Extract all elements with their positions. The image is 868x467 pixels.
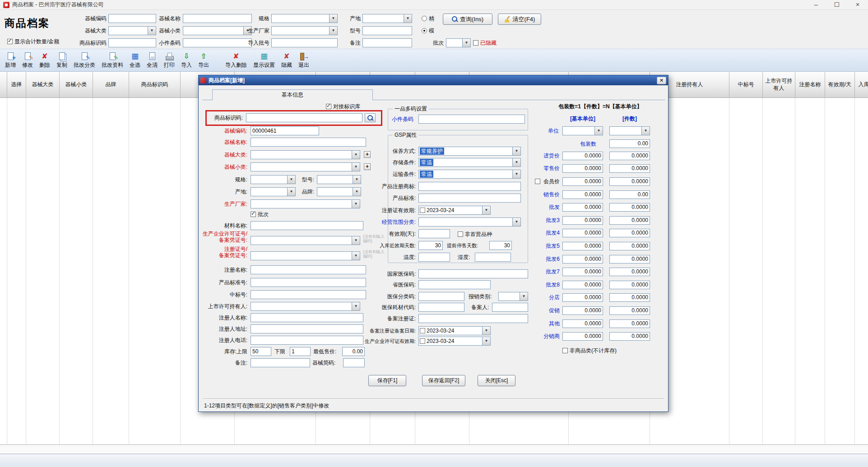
remark-input[interactable] — [362, 38, 412, 47]
business-scope-select[interactable] — [418, 217, 521, 227]
toolbar-button[interactable]: 批改资料 — [98, 50, 126, 71]
maker-license-valid-datepicker[interactable]: 2023-03-24 — [418, 337, 491, 346]
code-input[interactable]: 00000461 — [251, 126, 319, 135]
batch-select[interactable] — [446, 38, 471, 47]
clear-button[interactable]: 清空(F4) — [498, 14, 541, 25]
fuzzy-radio[interactable]: 模 — [422, 27, 434, 34]
bid-no-input[interactable] — [251, 290, 366, 299]
tab-basic-info[interactable]: 基本信息 — [212, 89, 373, 100]
column-header[interactable]: 器械小类 — [60, 72, 93, 98]
piece-price-box[interactable]: 0.0000 — [609, 281, 650, 289]
toolbar-button[interactable]: 显示设置 — [250, 50, 278, 71]
base-unit-price-box[interactable]: 0.0000 — [562, 229, 603, 237]
min-price-input[interactable]: 0.00 — [342, 347, 365, 356]
registrant-phone-input[interactable] — [251, 336, 363, 345]
base-unit-price-box[interactable]: 0.0000 — [562, 177, 603, 186]
registrant-name-input[interactable] — [251, 313, 363, 322]
origin-select[interactable] — [251, 187, 296, 196]
add-category-button[interactable]: + — [364, 151, 371, 158]
spec-select[interactable] — [271, 14, 338, 23]
piece-price-box[interactable]: 0.0000 — [609, 332, 650, 341]
piece-price-box[interactable]: 0.0000 — [609, 319, 650, 328]
piece-price-box[interactable]: 0.0000 — [609, 164, 650, 173]
dialog-close-button[interactable]: × — [657, 77, 666, 84]
remark-input[interactable] — [251, 358, 310, 367]
short-code-input[interactable] — [343, 358, 365, 367]
national-med-code-input[interactable] — [418, 269, 528, 278]
precise-radio[interactable]: 精 — [422, 15, 434, 22]
base-unit-price-box[interactable]: 0.0000 — [562, 293, 603, 302]
base-unit-price-box[interactable]: 0.0000 — [562, 319, 603, 328]
base-unit-price-box[interactable]: 0.0000 — [562, 281, 603, 289]
med-material-code-input[interactable] — [418, 303, 464, 312]
toolbar-button[interactable]: 全选 — [126, 50, 144, 71]
base-unit-price-box[interactable]: 0.0000 — [562, 216, 603, 225]
link-id-library-checkbox[interactable]: 对接标识库 — [326, 103, 360, 110]
column-header[interactable]: 入库近效期天数 — [855, 72, 868, 98]
base-unit-select[interactable] — [562, 126, 603, 135]
reg-name-input[interactable] — [251, 265, 366, 274]
filer-input[interactable] — [492, 303, 528, 312]
base-unit-price-box[interactable]: 0.0000 — [562, 332, 603, 341]
material-input[interactable] — [251, 221, 363, 230]
column-header[interactable]: 器械大类 — [26, 72, 60, 98]
toolbar-button[interactable]: 退出 — [295, 50, 312, 71]
subcategory-select[interactable] — [251, 162, 360, 171]
piece-price-box[interactable]: 0.0000 — [609, 203, 650, 212]
base-unit-price-box[interactable]: 0.0000 — [562, 306, 603, 315]
import-batch-input[interactable] — [271, 38, 338, 47]
piece-price-box[interactable]: 0.0000 — [609, 268, 650, 276]
toolbar-button[interactable]: 删除 — [36, 50, 53, 71]
maker-license-select[interactable] — [251, 236, 360, 245]
stop-sale-days-input[interactable]: 30 — [489, 241, 512, 250]
registrant-address-input[interactable] — [251, 324, 363, 333]
category-select[interactable] — [251, 150, 360, 159]
add-subcategory-button[interactable]: + — [364, 163, 371, 170]
near-expiry-days-input[interactable]: 30 — [418, 241, 443, 250]
trademark-input[interactable] — [418, 182, 521, 191]
temperature-input[interactable] — [418, 253, 450, 262]
sku-input[interactable] — [246, 113, 362, 122]
province-med-code-input[interactable] — [418, 280, 491, 289]
base-unit-price-box[interactable]: 0.0000 — [562, 190, 603, 199]
query-button[interactable]: 查询(Ins) — [443, 14, 492, 25]
toolbar-button[interactable]: 隐藏 — [278, 50, 295, 71]
piece-barcode-input[interactable] — [183, 38, 252, 47]
toolbar-button[interactable]: 全清 — [144, 50, 161, 71]
transport-select[interactable]: 常温 — [418, 170, 521, 179]
toolbar-button[interactable]: 打印 — [161, 50, 178, 71]
stock-upper-input[interactable]: 50 — [251, 347, 271, 356]
piece-unit-select[interactable] — [609, 126, 650, 135]
manufacturer-select[interactable] — [271, 26, 338, 35]
reg-valid-datepicker[interactable]: 2023-03-24 — [418, 206, 491, 215]
column-header[interactable]: 品牌 — [93, 72, 129, 98]
toolbar-button[interactable]: 批改分类 — [70, 50, 98, 71]
column-header[interactable]: 选择 — [7, 72, 26, 98]
brand-select[interactable] — [317, 187, 361, 196]
toolbar-button[interactable]: 导入删除 — [222, 50, 250, 71]
product-sku-input[interactable] — [108, 38, 156, 47]
piece-price-box[interactable]: 0.0000 — [609, 152, 650, 160]
base-unit-price-box[interactable]: 0.0000 — [562, 268, 603, 276]
manufacturer-select[interactable] — [251, 199, 360, 208]
column-header[interactable]: 有效期/天 — [825, 72, 855, 98]
device-subcategory-select[interactable] — [183, 26, 252, 35]
toolbar-button[interactable]: 新增 — [2, 50, 19, 71]
column-header[interactable]: 中标号 — [729, 72, 763, 98]
column-header[interactable] — [0, 72, 7, 98]
name-input[interactable] — [251, 138, 366, 147]
device-name-input[interactable] — [183, 14, 252, 23]
save-return-button[interactable]: 保存返回[F2] — [422, 375, 465, 386]
pack-qty-input[interactable]: 0.00 — [609, 139, 650, 148]
product-standard-input[interactable] — [418, 194, 521, 203]
med-class-code-input[interactable] — [418, 292, 464, 301]
reg-cert-select[interactable] — [251, 251, 360, 260]
toolbar-button[interactable]: 修改 — [19, 50, 36, 71]
close-button[interactable]: × — [847, 0, 868, 10]
stock-lower-input[interactable]: 1 — [290, 347, 311, 356]
piece-barcode-input[interactable] — [418, 115, 525, 124]
toolbar-button[interactable]: 复制 — [53, 50, 70, 71]
storage-select[interactable]: 常温 — [418, 158, 521, 167]
column-header[interactable]: 上市许可持有人 — [763, 72, 795, 98]
save-button[interactable]: 保存[F1] — [368, 375, 406, 386]
